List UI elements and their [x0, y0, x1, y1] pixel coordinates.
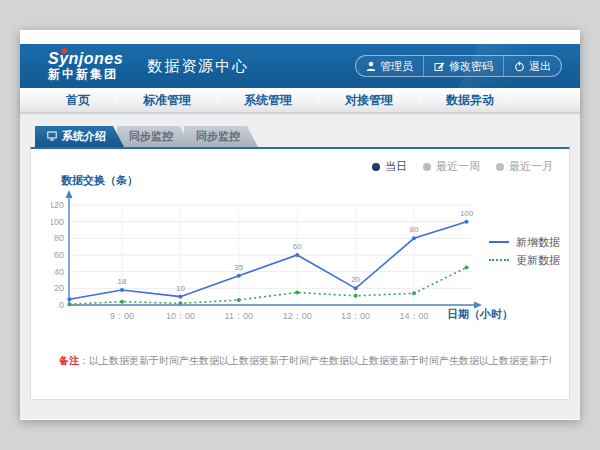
nav-item-system-mgmt[interactable]: 系统管理 — [218, 92, 318, 109]
footnote-prefix: 备注 — [59, 355, 79, 366]
radio-label: 最近一周 — [436, 159, 480, 174]
logo-subtext: 新中新集团 — [48, 68, 123, 81]
svg-text:13：00: 13：00 — [341, 311, 370, 321]
logout-label: 退出 — [529, 59, 551, 74]
radio-dot — [423, 163, 431, 171]
current-user-label: 管理员 — [380, 59, 413, 74]
svg-text:20: 20 — [351, 275, 360, 284]
svg-text:日期（小时）: 日期（小时） — [447, 308, 513, 321]
page-title: 数据资源中心 — [147, 57, 249, 76]
radio-dot — [372, 163, 380, 171]
nav-item-standard-mgmt[interactable]: 标准管理 — [117, 92, 217, 109]
svg-text:120: 120 — [51, 200, 64, 210]
svg-text:60: 60 — [54, 250, 64, 260]
svg-text:11：00: 11：00 — [225, 311, 253, 321]
legend-label: 更新数据 — [516, 253, 560, 268]
chart-legend: 新增数据 更新数据 — [489, 233, 560, 269]
svg-text:10: 10 — [176, 284, 185, 293]
content-area: 系统介绍 同步监控 同步监控 当日 最近一周 — [20, 113, 580, 419]
svg-text:100: 100 — [460, 209, 474, 218]
nav-item-interface-mgmt[interactable]: 对接管理 — [319, 92, 419, 109]
logout-button[interactable]: 退出 — [503, 56, 561, 76]
app-header: Synjones 新中新集团 数据资源中心 管理员 修改密码 — [20, 44, 580, 88]
radio-last-week[interactable]: 最近一周 — [423, 159, 480, 174]
svg-text:60: 60 — [293, 242, 302, 251]
legend-item-update-data[interactable]: 更新数据 — [489, 251, 560, 269]
radio-label: 当日 — [385, 159, 407, 174]
svg-text:35: 35 — [234, 263, 243, 272]
line-chart: 0204060801001209：0010：0011：0012：0013：001… — [51, 187, 551, 337]
top-strip — [20, 30, 580, 44]
svg-text:0: 0 — [59, 300, 64, 310]
tab-sync-monitor-2[interactable]: 同步监控 — [184, 126, 258, 147]
change-password-button[interactable]: 修改密码 — [423, 56, 503, 76]
radio-today[interactable]: 当日 — [372, 159, 407, 174]
change-password-label: 修改密码 — [449, 59, 493, 74]
nav-item-data-change[interactable]: 数据异动 — [420, 92, 520, 109]
app-window: Synjones 新中新集团 数据资源中心 管理员 修改密码 — [20, 30, 580, 420]
user-controls: 管理员 修改密码 退出 — [355, 55, 562, 77]
chart-panel: 当日 最近一周 最近一月 数据交换（条） 0204060801001209：00… — [30, 147, 570, 400]
svg-text:12：00: 12：00 — [283, 311, 312, 321]
power-icon — [514, 61, 525, 72]
svg-text:18: 18 — [118, 277, 127, 286]
monitor-icon — [47, 131, 57, 143]
logo-text: Synjones — [48, 51, 123, 68]
svg-text:10：00: 10：00 — [166, 311, 195, 321]
main-nav: 首页 标准管理 系统管理 对接管理 数据异动 — [20, 88, 580, 113]
svg-text:9：00: 9：00 — [110, 311, 134, 321]
legend-label: 新增数据 — [516, 235, 560, 250]
legend-item-new-data[interactable]: 新增数据 — [489, 233, 560, 251]
user-icon — [366, 61, 376, 72]
radio-dot — [496, 163, 504, 171]
tab-label: 同步监控 — [196, 129, 240, 144]
svg-text:20: 20 — [54, 283, 64, 293]
edit-icon — [434, 61, 445, 72]
tab-label: 同步监控 — [129, 129, 173, 144]
legend-line-dotted — [489, 259, 509, 261]
svg-text:80: 80 — [410, 225, 419, 234]
tab-sync-monitor-1[interactable]: 同步监控 — [117, 126, 191, 147]
svg-text:100: 100 — [51, 217, 64, 227]
footnote-text: ：以上数据更新于时间产生数据以上数据更新于时间产生数据以上数据更新于时间产生数据… — [79, 355, 551, 366]
tab-system-intro[interactable]: 系统介绍 — [35, 126, 124, 147]
svg-text:40: 40 — [54, 267, 64, 277]
legend-line-solid — [489, 241, 509, 243]
nav-item-home[interactable]: 首页 — [40, 92, 116, 109]
logo[interactable]: Synjones 新中新集团 — [48, 51, 123, 80]
svg-text:14：00: 14：00 — [399, 311, 428, 321]
tab-label: 系统介绍 — [62, 129, 106, 144]
time-filter-group: 当日 最近一周 最近一月 — [372, 159, 553, 174]
svg-text:80: 80 — [54, 233, 64, 243]
radio-label: 最近一月 — [509, 159, 553, 174]
radio-last-month[interactable]: 最近一月 — [496, 159, 553, 174]
tab-bar: 系统介绍 同步监控 同步监控 — [35, 113, 570, 147]
y-axis-title: 数据交换（条） — [61, 173, 138, 188]
footnote: 备注：以上数据更新于时间产生数据以上数据更新于时间产生数据以上数据更新于时间产生… — [59, 354, 551, 368]
current-user-button[interactable]: 管理员 — [356, 56, 423, 76]
